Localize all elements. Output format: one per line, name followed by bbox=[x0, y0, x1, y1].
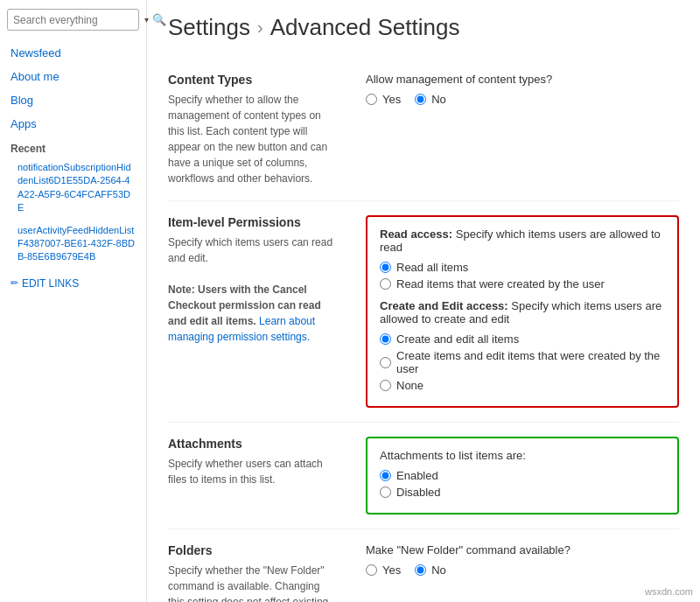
content-types-desc: Specify whether to allow the management … bbox=[168, 92, 338, 186]
breadcrumb-advanced-settings: Advanced Settings bbox=[270, 14, 460, 41]
item-permissions-label-col: Item-level Permissions Specify which ite… bbox=[168, 201, 352, 423]
folders-question: Make "New Folder" command available? bbox=[366, 543, 679, 556]
sidebar: ▾ 🔍 Newsfeed About me Blog Apps Recent n… bbox=[0, 0, 147, 602]
attachments-disabled-radio[interactable] bbox=[380, 486, 391, 498]
recent-item-1[interactable]: notificationSubscriptionHiddenList6D1E55… bbox=[0, 158, 146, 218]
item-permissions-content-col: Read access: Specify which items users a… bbox=[352, 201, 679, 423]
sidebar-item-about-me[interactable]: About me bbox=[0, 65, 146, 88]
read-access-group: Read all items Read items that were crea… bbox=[380, 261, 665, 290]
create-none-radio[interactable] bbox=[380, 380, 391, 391]
search-input[interactable] bbox=[13, 14, 144, 26]
create-access-header: Create and Edit access: Specify which it… bbox=[380, 299, 665, 326]
folders-content-col: Make "New Folder" command available? Yes… bbox=[352, 529, 679, 602]
edit-links-button[interactable]: ✏ EDIT LINKS bbox=[0, 270, 146, 297]
attachments-enabled-option[interactable]: Enabled bbox=[380, 469, 665, 482]
folders-yes-radio[interactable] bbox=[366, 564, 377, 576]
content-types-yes-option[interactable]: Yes bbox=[366, 93, 401, 106]
content-types-no-radio[interactable] bbox=[415, 94, 426, 105]
content-types-question: Allow management of content types? bbox=[366, 73, 679, 86]
item-permissions-desc: Specify which items users can read and e… bbox=[168, 234, 338, 345]
watermark: wsxdn.com bbox=[645, 586, 693, 597]
attachments-enabled-radio[interactable] bbox=[380, 470, 391, 481]
edit-links-label: EDIT LINKS bbox=[22, 277, 79, 290]
read-created-by-user-option[interactable]: Read items that were created by the user bbox=[380, 277, 665, 290]
read-all-option[interactable]: Read all items bbox=[380, 261, 665, 274]
create-by-user-option[interactable]: Create items and edit items that were cr… bbox=[380, 349, 665, 375]
item-permissions-title: Item-level Permissions bbox=[168, 215, 338, 229]
folders-title: Folders bbox=[168, 543, 338, 557]
search-bar[interactable]: ▾ 🔍 bbox=[7, 9, 139, 31]
attachments-title: Attachments bbox=[168, 437, 338, 451]
folders-desc: Specify whether the "New Folder" command… bbox=[168, 563, 338, 602]
read-access-header: Read access: Specify which items users a… bbox=[380, 228, 665, 254]
sidebar-item-newsfeed[interactable]: Newsfeed bbox=[0, 41, 146, 65]
content-types-yes-radio[interactable] bbox=[366, 94, 377, 105]
folders-no-option[interactable]: No bbox=[415, 564, 446, 577]
content-types-no-option[interactable]: No bbox=[415, 93, 446, 106]
attachments-question: Attachments to list items are: bbox=[380, 449, 665, 462]
breadcrumb-arrow: › bbox=[257, 18, 263, 38]
content-types-title: Content Types bbox=[168, 73, 338, 87]
recent-section-label: Recent bbox=[0, 136, 146, 158]
content-types-content-col: Allow management of content types? Yes N… bbox=[352, 59, 679, 201]
pencil-icon: ✏ bbox=[10, 277, 18, 289]
read-all-radio[interactable] bbox=[380, 262, 391, 273]
create-all-option[interactable]: Create and edit all items bbox=[380, 332, 665, 346]
create-all-radio[interactable] bbox=[380, 333, 391, 345]
content-types-label-col: Content Types Specify whether to allow t… bbox=[168, 59, 352, 201]
folders-radio-group: Yes No bbox=[366, 564, 679, 580]
content-types-radio-group: Yes No bbox=[366, 93, 679, 109]
attachments-content-col: Attachments to list items are: Enabled D… bbox=[352, 423, 679, 529]
folders-label-col: Folders Specify whether the "New Folder"… bbox=[168, 529, 352, 602]
recent-item-2[interactable]: userActivityFeedHiddenListF4387007-BE61-… bbox=[0, 221, 146, 267]
attachments-radio-group: Enabled Disabled bbox=[380, 469, 665, 499]
sidebar-item-apps[interactable]: Apps bbox=[0, 112, 146, 136]
attachments-box: Attachments to list items are: Enabled D… bbox=[366, 437, 679, 514]
breadcrumb-settings: Settings bbox=[168, 14, 250, 41]
create-by-user-radio[interactable] bbox=[380, 357, 391, 368]
attachments-label-col: Attachments Specify whether users can at… bbox=[168, 423, 352, 529]
folders-yes-option[interactable]: Yes bbox=[366, 564, 401, 577]
folders-no-radio[interactable] bbox=[415, 564, 426, 576]
page-title: Settings › Advanced Settings bbox=[168, 14, 679, 41]
attachments-disabled-option[interactable]: Disabled bbox=[380, 486, 665, 499]
settings-layout: Content Types Specify whether to allow t… bbox=[168, 59, 679, 602]
read-created-by-user-radio[interactable] bbox=[380, 278, 391, 290]
create-none-option[interactable]: None bbox=[380, 379, 665, 392]
attachments-desc: Specify whether users can attach files t… bbox=[168, 456, 338, 487]
permissions-box: Read access: Specify which items users a… bbox=[366, 215, 679, 408]
sidebar-item-blog[interactable]: Blog bbox=[0, 88, 146, 112]
main-content: Settings › Advanced Settings Content Typ… bbox=[147, 0, 700, 602]
create-access-group: Create and edit all items Create items a… bbox=[380, 332, 665, 392]
